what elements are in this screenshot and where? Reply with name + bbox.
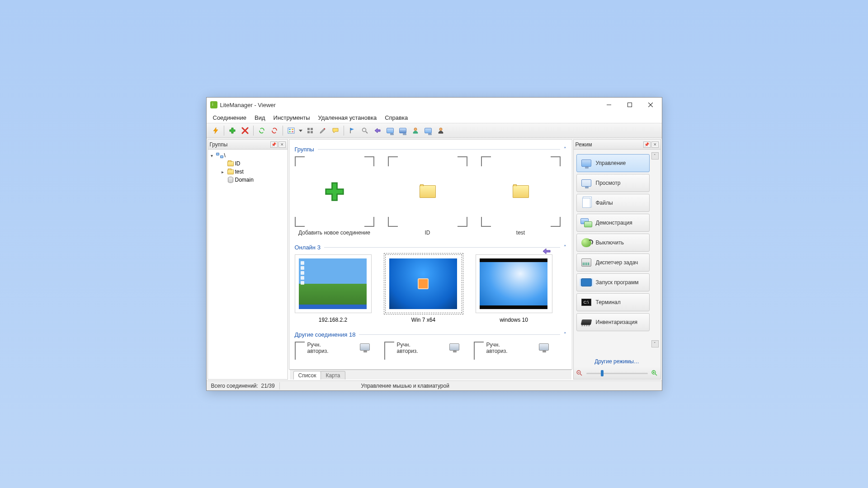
online-tile-3[interactable]: windows 10 [476, 254, 552, 323]
mode-files[interactable]: Файлы [576, 194, 650, 212]
thumbnails-icon[interactable] [286, 125, 297, 136]
tree-item[interactable]: ▸ test [209, 168, 287, 176]
pc-icon [537, 342, 551, 352]
flag-icon[interactable] [347, 125, 358, 136]
menu-view[interactable]: Вид [251, 113, 269, 122]
chip-icon [580, 317, 592, 327]
tab-map[interactable]: Карта [321, 371, 345, 380]
screen2-icon[interactable] [397, 125, 408, 136]
refresh-green-icon[interactable] [256, 125, 267, 136]
collapse-online-icon[interactable]: ˄ [564, 244, 566, 250]
tree: ▾ \ ID ▸ test Domain [208, 150, 288, 379]
window-title: LiteManager - Viewer [220, 102, 276, 108]
mode-view[interactable]: Просмотр [576, 174, 650, 192]
tree-collapse-icon[interactable]: ▾ [211, 153, 215, 158]
tab-list[interactable]: Список [293, 371, 321, 380]
svg-point-19 [439, 128, 442, 131]
mode-terminal[interactable]: C:\Терминал [576, 293, 650, 311]
mode-demo[interactable]: Демонстрация [576, 214, 650, 232]
panel-close-icon[interactable]: ✕ [651, 141, 659, 148]
mode-control[interactable]: Управление [576, 154, 650, 172]
online-tile-label: Win 7 x64 [385, 317, 462, 323]
zoom-in-icon[interactable] [651, 370, 658, 376]
mode-run[interactable]: Запуск программ [576, 273, 650, 291]
plus-icon [325, 182, 344, 202]
screenshot-thumbnail [480, 258, 547, 309]
section-groups-header: Группы ˄ [295, 146, 566, 153]
screen1-icon[interactable] [385, 125, 396, 136]
search-icon[interactable] [359, 125, 370, 136]
minimize-button[interactable] [599, 98, 619, 112]
user2-icon[interactable] [435, 125, 446, 136]
taskmgr-icon [580, 258, 592, 267]
close-button[interactable] [640, 98, 661, 112]
options-icon[interactable] [317, 125, 328, 136]
app-window: LiteManager - Viewer Соединение Вид Инст… [206, 97, 662, 391]
svg-line-17 [366, 131, 368, 133]
tree-expand-icon[interactable]: ▸ [222, 169, 226, 174]
chat-icon[interactable] [330, 125, 341, 136]
collapse-groups-icon[interactable]: ˄ [564, 146, 566, 152]
zoom-out-icon[interactable] [576, 370, 583, 376]
statusbar: Всего соединений: 21/39 Управление мышью… [207, 380, 662, 390]
status-hint: Управление мышью и клавиатурой [357, 383, 454, 389]
titlebar: LiteManager - Viewer [207, 98, 662, 112]
menu-remote-install[interactable]: Удаленная установка [315, 113, 381, 122]
tree-root[interactable]: ▾ \ [209, 151, 287, 160]
delete-icon[interactable] [240, 125, 250, 136]
other-connection-tile[interactable]: Ручн.авториз. [474, 342, 551, 360]
menu-tools[interactable]: Инструменты [270, 113, 314, 122]
maximize-button[interactable] [619, 98, 640, 112]
scroll-down-icon[interactable]: ˅ [651, 340, 659, 347]
section-groups-title: Группы [295, 146, 314, 153]
view-icon [580, 178, 592, 188]
svg-rect-8 [289, 131, 291, 132]
scroll-up-icon[interactable]: ˄ [651, 152, 659, 160]
tile-add-connection[interactable]: Добавить новое соединение [295, 156, 374, 236]
mode-list: Управление Просмотр Файлы Демонстрация В… [574, 150, 660, 356]
add-icon[interactable] [227, 125, 238, 136]
dropdown-arrow-icon[interactable] [298, 125, 303, 136]
other-modes-link[interactable]: Другие режимы… [574, 356, 660, 367]
mode-panel: Режим 📌 ✕ Управление Просмотр Файлы Демо… [573, 139, 661, 380]
svg-rect-1 [627, 103, 632, 107]
pin-icon[interactable]: 📌 [643, 141, 651, 148]
svg-rect-7 [292, 129, 293, 130]
mode-inventory[interactable]: Инвентаризация [576, 313, 650, 331]
tree-item[interactable]: Domain [209, 176, 287, 184]
other-connection-tile[interactable]: Ручн.авториз. [384, 342, 461, 360]
tile-folder-test[interactable]: test [481, 156, 561, 236]
mode-taskmgr[interactable]: Диспетчер задач [576, 253, 650, 272]
user-icon[interactable] [410, 125, 421, 136]
zoom-slider[interactable] [586, 373, 648, 374]
menu-connection[interactable]: Соединение [209, 113, 250, 122]
section-online-header: Онлайн 3 ˄ [295, 244, 566, 251]
online-tile-1[interactable]: 192.168.2.2 [295, 254, 372, 323]
panel-close-icon[interactable]: ✕ [278, 141, 286, 148]
mode-panel-title: Режим [576, 141, 592, 148]
zoom-slider-row [574, 367, 660, 379]
tree-item[interactable]: ID [209, 160, 287, 168]
refresh-red-icon[interactable] [269, 125, 280, 136]
section-other-title: Другие соединения 18 [295, 331, 356, 338]
screenshot-thumbnail [389, 258, 457, 309]
menu-help[interactable]: Справка [381, 113, 411, 122]
main-content: Группы ˄ Добавить новое соединение [289, 140, 572, 369]
collapse-other-icon[interactable]: ˄ [564, 332, 566, 338]
network-icon [216, 152, 223, 159]
bolt-icon[interactable] [210, 125, 221, 136]
other-connection-tile[interactable]: Ручн.авториз. [295, 342, 372, 360]
tile-folder-id[interactable]: ID [388, 156, 467, 236]
groups-panel-title: Группы [210, 141, 228, 148]
online-tile-2[interactable]: Win 7 x64 [385, 254, 462, 323]
screen3-icon[interactable] [423, 125, 434, 136]
groups-panel-header: Группы 📌 ✕ [208, 140, 288, 150]
noip-icon[interactable] [372, 125, 383, 136]
tree-item-label: ID [235, 160, 241, 167]
pc-icon [358, 342, 372, 352]
pin-icon[interactable]: 📌 [270, 141, 278, 148]
svg-line-24 [655, 374, 657, 375]
find-icon[interactable] [305, 125, 316, 136]
folder-icon [513, 185, 529, 198]
mode-shutdown[interactable]: Выключить [576, 234, 650, 252]
